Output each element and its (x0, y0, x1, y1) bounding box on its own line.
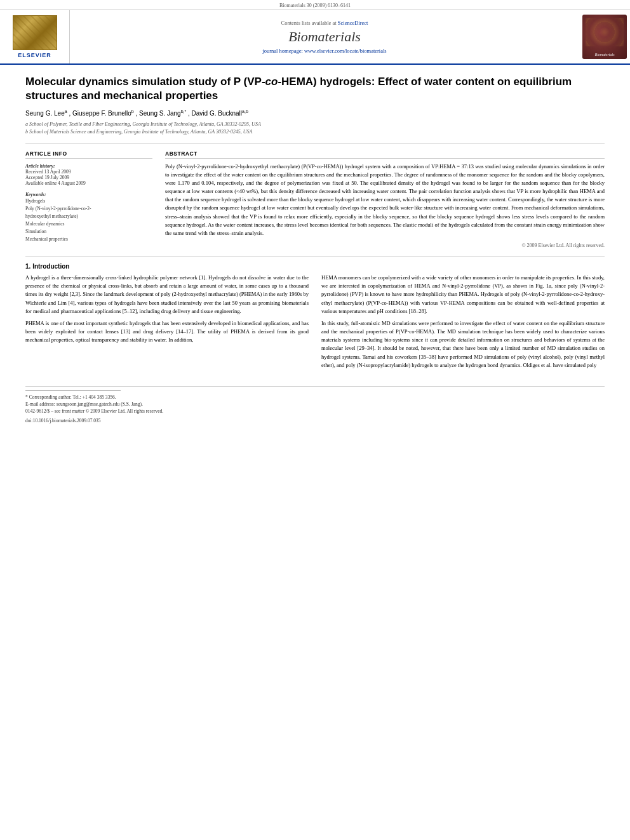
divider-1 (25, 143, 605, 144)
intro-col-right: HEMA monomers can be copolymerized with … (321, 274, 605, 373)
article-info-panel: ARTICLE INFO Article history: Received 1… (25, 150, 152, 249)
doi-line: doi:10.1016/j.biomaterials.2009.07.035 (25, 418, 605, 423)
authors-line: Seung G. Leea , Giuseppe F. Brunellob , … (25, 109, 605, 117)
journal-thumbnail-area (579, 10, 630, 63)
history-label: Article history: (25, 163, 55, 169)
footnote-corresponding: * Corresponding author. Tel.: +1 404 385… (25, 394, 605, 401)
article-info-title: ARTICLE INFO (25, 150, 152, 159)
intro-para-3: HEMA monomers can be copolymerized with … (321, 274, 605, 316)
introduction-section: 1. Introduction A hydrogel is a three-di… (25, 263, 605, 373)
received-date: Received 13 April 2009 (25, 169, 152, 175)
elsevier-logo: ELSEVIER (13, 15, 57, 58)
intro-para-4: In this study, full-atomistic MD simulat… (321, 319, 605, 370)
main-content: Molecular dynamics simulation study of P… (0, 65, 630, 436)
journal-header: ELSEVIER Contents lists available at Sci… (0, 10, 630, 65)
science-direct-link: Contents lists available at ScienceDirec… (281, 20, 368, 26)
keyword-3: Molecular dynamics (25, 220, 152, 228)
intro-para-2: PHEMA is one of the most important synth… (25, 319, 309, 345)
footnote-area: * Corresponding author. Tel.: +1 404 385… (25, 386, 605, 423)
science-direct-anchor[interactable]: ScienceDirect (338, 20, 368, 26)
journal-thumbnail (582, 15, 627, 59)
keyword-2: Poly (N-vinyl-2-pyrrolidone-co-2-hydroxy… (25, 205, 152, 220)
affiliations: a School of Polymer, Textile and Fiber E… (25, 121, 605, 136)
elsevier-label: ELSEVIER (18, 52, 51, 58)
keywords-label: Keywords: (25, 192, 46, 197)
elsevier-logo-image (13, 15, 57, 50)
journal-name: Biomaterials (288, 29, 361, 45)
article-history: Article history: Received 13 April 2009 … (25, 163, 152, 186)
intro-col-left: A hydrogel is a three-dimensionally cros… (25, 274, 309, 373)
email-link[interactable]: seungsoon.jang@mse.gatech.edu (57, 401, 120, 407)
keyword-5: Mechanical properties (25, 236, 152, 243)
copyright: © 2009 Elsevier Ltd. All rights reserved… (165, 243, 605, 248)
intro-para-1: A hydrogel is a three-dimensionally cros… (25, 274, 309, 316)
keyword-4: Simulation (25, 228, 152, 236)
journal-homepage: journal homepage: www.elsevier.com/locat… (262, 48, 386, 54)
abstract-panel: ABSTRACT Poly (N-vinyl-2-pyrrolidone-co-… (165, 150, 605, 249)
section-1-heading: 1. Introduction (25, 263, 605, 270)
abstract-text: Poly (N-vinyl-2-pyrrolidone-co-2-hydroxy… (165, 163, 605, 238)
issn-line: 0142-9612/$ – see front matter © 2009 El… (25, 408, 605, 415)
footnote-rule (25, 390, 121, 391)
elsevier-logo-area: ELSEVIER (0, 10, 70, 63)
footnote-email: E-mail address: seungsoon.jang@mse.gatec… (25, 401, 605, 408)
journal-homepage-link[interactable]: journal homepage: www.elsevier.com/locat… (262, 48, 386, 54)
article-info-abstract: ARTICLE INFO Article history: Received 1… (25, 150, 605, 249)
accepted-date: Accepted 19 July 2009 (25, 175, 152, 180)
intro-columns: A hydrogel is a three-dimensionally cros… (25, 274, 605, 373)
keyword-1: Hydrogels (25, 197, 152, 205)
journal-citation: Biomaterials 30 (2009) 6130–6141 (0, 0, 630, 10)
divider-2 (25, 256, 605, 257)
keywords-section: Keywords: Hydrogels Poly (N-vinyl-2-pyrr… (25, 191, 152, 243)
paper-title: Molecular dynamics simulation study of P… (25, 75, 605, 103)
abstract-title: ABSTRACT (165, 150, 605, 159)
journal-title-area: Contents lists available at ScienceDirec… (70, 10, 579, 63)
available-date: Available online 4 August 2009 (25, 180, 152, 186)
